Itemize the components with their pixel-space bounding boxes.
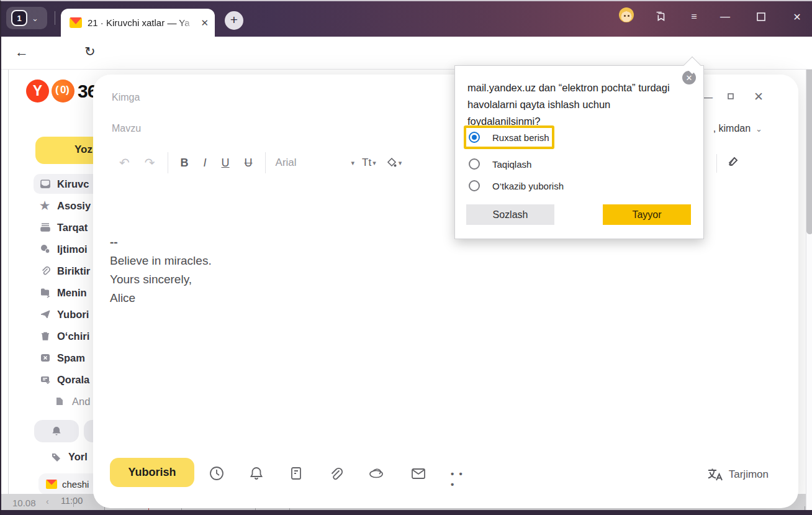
message-body[interactable]: -- Believe in miracles. Yours sincerely,…	[110, 233, 212, 308]
compose-minimize-icon[interactable]: —	[703, 92, 713, 103]
attach-paperclip-icon[interactable]	[328, 465, 344, 481]
tab-groups-icon[interactable]	[648, 7, 673, 26]
timeline-date: 10.08	[12, 498, 36, 508]
chevron-down-icon: ⌄	[756, 124, 762, 134]
undo-icon[interactable]: ↶	[112, 155, 137, 170]
subject-field[interactable]: Mavzu	[112, 123, 141, 134]
formatting-toolbar: ↶ ↷ B I U U Arial ▾ Tt ▾ ▾	[112, 149, 402, 176]
folder-arrow-icon	[40, 287, 51, 298]
fill-color-icon[interactable]	[376, 157, 399, 168]
compose-restore-icon[interactable]	[728, 93, 734, 99]
template-note-icon[interactable]	[288, 465, 304, 481]
sidebar-item-drafts[interactable]: Qorala	[34, 370, 93, 390]
dialog-message: mail.yandex.uz dan “elektron pochta” tur…	[467, 80, 679, 130]
window-maximize-button[interactable]	[749, 7, 774, 26]
strikethrough-button[interactable]: U	[237, 157, 260, 170]
yandex-disk-icon[interactable]	[368, 465, 384, 481]
divider	[55, 11, 55, 25]
translator-button[interactable]: Tarjimon	[706, 467, 769, 482]
font-size-button[interactable]: Tt	[354, 157, 372, 169]
tab-close-icon[interactable]: ✕	[201, 17, 209, 29]
send-button[interactable]: Yuborish	[110, 458, 194, 487]
sidebar-item-labels[interactable]: Yorl	[51, 451, 88, 463]
dialog-close-icon[interactable]: ✕	[682, 71, 696, 84]
window-frame-edge	[1, 510, 812, 515]
divider	[8, 70, 9, 512]
compose-close-icon[interactable]: ✕	[754, 89, 764, 104]
profile-avatar[interactable]	[619, 7, 634, 22]
mail-stack-icon	[40, 222, 51, 233]
radio-icon[interactable]	[469, 158, 480, 170]
browser-window: 1 ⌄ 21 · Kiruvchi xatlar — Ya ✕ + ≡ — ✕ …	[0, 0, 812, 515]
chat-bubbles-icon	[40, 244, 51, 255]
to-field[interactable]: Kimga	[112, 92, 140, 103]
sidebar-item-subfolder[interactable]: And	[34, 391, 93, 411]
notifications-button[interactable]	[34, 420, 79, 442]
caret-down-icon[interactable]: ▾	[399, 159, 402, 167]
more-options-icon[interactable]: • • •	[451, 468, 467, 485]
redo-icon[interactable]: ↷	[137, 155, 163, 170]
back-icon[interactable]: ←	[15, 44, 29, 60]
italic-button[interactable]: I	[196, 157, 214, 170]
sidebar-item-sent[interactable]: Yubori	[34, 304, 93, 324]
sidebar-item-mailings[interactable]: Tarqat	[34, 217, 93, 237]
angle-left-icon[interactable]: ‹	[46, 496, 49, 506]
compose-mail-button[interactable]: Yoz	[35, 137, 93, 164]
page-scrollbar-track[interactable]	[806, 70, 812, 512]
tab-active[interactable]: 21 · Kiruvchi xatlar — Ya ✕	[61, 9, 215, 37]
spam-icon	[40, 352, 51, 363]
new-tab-button[interactable]: +	[225, 11, 243, 30]
divider	[265, 152, 266, 173]
radio-icon[interactable]	[469, 180, 480, 191]
tab-counter-button[interactable]: 1 ⌄	[6, 7, 47, 29]
radio-selected-icon[interactable]	[469, 132, 480, 143]
translator-label: Tarjimon	[729, 468, 769, 481]
notify-bell-icon[interactable]	[248, 465, 264, 481]
schedule-send-clock-icon[interactable]	[209, 465, 225, 481]
divider	[716, 154, 717, 173]
divider	[168, 152, 168, 173]
window-close-button[interactable]: ✕	[785, 7, 810, 26]
inbox-icon	[40, 178, 51, 189]
sidebar-item-main[interactable]: ★ Asosiy	[34, 196, 93, 216]
paperclip-icon	[40, 265, 51, 276]
menu-icon[interactable]: ≡	[682, 7, 706, 26]
yandex-logo-icon: Y	[26, 80, 49, 103]
clear-formatting-icon[interactable]	[726, 155, 740, 169]
window-minimize-button[interactable]: —	[713, 7, 738, 26]
sidebar-item-trash[interactable]: O‘chiri	[34, 326, 93, 346]
yandex-mail-360-logo: Y (0) 36	[26, 80, 97, 103]
chevron-down-icon[interactable]: ⌄	[32, 14, 38, 23]
tab-bar: 1 ⌄ 21 · Kiruvchi xatlar — Ya ✕ + ≡ — ✕	[1, 1, 812, 37]
timeline-tick	[73, 501, 74, 507]
envelope-icon[interactable]	[410, 465, 426, 481]
radio-option-skip[interactable]: O‘tkazib yuborish	[469, 180, 564, 191]
permission-dialog: ✕ mail.yandex.uz dan “elektron pochta” t…	[454, 65, 704, 239]
sidebar-item-attachments[interactable]: Biriktir	[34, 261, 93, 281]
compose-button-label: Yoz	[74, 144, 92, 156]
drafts-icon	[40, 374, 51, 385]
signature-separator: --	[110, 233, 212, 252]
bold-button[interactable]: B	[173, 157, 196, 170]
radio-option-deny[interactable]: Taqiqlash	[469, 158, 531, 170]
bell-icon	[51, 426, 62, 437]
settings-button[interactable]	[84, 420, 93, 442]
underline-button[interactable]: U	[214, 157, 237, 170]
radio-option-allow[interactable]: Ruxsat berish	[469, 132, 549, 143]
reload-icon[interactable]: ↻	[84, 44, 96, 59]
timeline-time: 11:00	[61, 496, 83, 506]
account-switcher[interactable]: cheshi	[38, 473, 93, 494]
settings-button[interactable]: Sozlash	[466, 204, 554, 225]
sidebar-item-my-folders[interactable]: Menin	[34, 283, 93, 303]
tag-icon	[51, 452, 62, 463]
done-button[interactable]: Tayyor	[603, 204, 691, 225]
sidebar-item-spam[interactable]: Spam	[34, 348, 93, 368]
cc-from-link[interactable]: , kimdan⌄	[713, 123, 762, 134]
yandex-mail-favicon-icon	[70, 17, 82, 28]
yandex-mail-icon	[46, 480, 57, 489]
sidebar-item-social[interactable]: Ijtimoi	[34, 239, 93, 259]
font-family-select[interactable]: Arial	[271, 157, 302, 169]
body-line: Yours sincerely,	[110, 270, 212, 289]
page-scrollbar-thumb[interactable]	[806, 70, 812, 234]
sidebar-item-inbox[interactable]: Kiruvc	[34, 174, 93, 194]
